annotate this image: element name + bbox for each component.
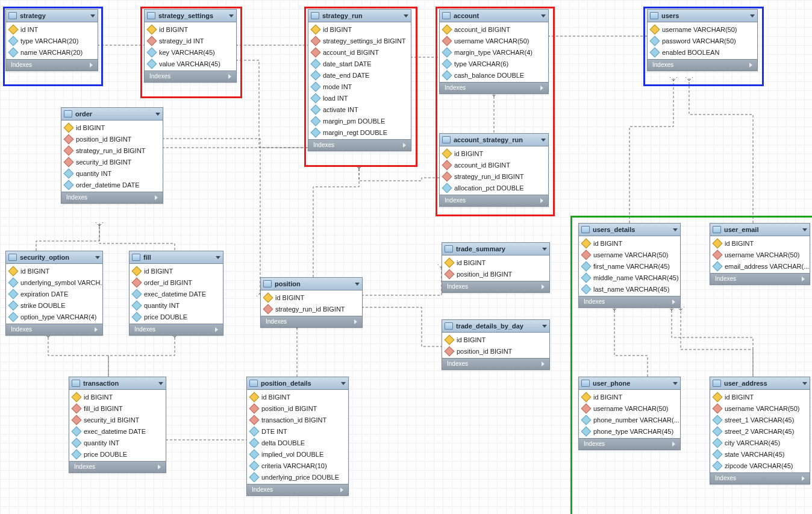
column-row[interactable]: position_id BIGINT (442, 268, 549, 280)
column-row[interactable]: phone_type VARCHAR(45) (579, 425, 680, 437)
column-row[interactable]: margin_type VARCHAR(4) (440, 46, 548, 58)
table-position[interactable]: positionid BIGINTstrategy_run_id BIGINTI… (260, 277, 363, 328)
column-row[interactable]: phone_number VARCHAR(... (579, 414, 680, 425)
table-user_email[interactable]: user_emailid BIGINTusername VARCHAR(50)e… (710, 223, 810, 285)
collapse-icon[interactable] (541, 139, 546, 142)
column-row[interactable]: middle_name VARCHAR(45) (579, 272, 680, 283)
column-row[interactable]: quantity INT (69, 437, 166, 448)
table-header[interactable]: position_details (247, 377, 348, 390)
indexes-section[interactable]: Indexes (69, 461, 166, 472)
table-order[interactable]: orderid BIGINTposition_id BIGINTstrategy… (61, 107, 163, 204)
collapse-icon[interactable] (673, 382, 678, 385)
column-row[interactable]: underlying_symbol VARCH... (6, 277, 102, 288)
column-row[interactable]: id BIGINT (261, 292, 362, 303)
indexes-section[interactable]: Indexes (440, 82, 548, 93)
column-row[interactable]: username VARCHAR(50) (710, 403, 810, 414)
column-row[interactable]: cash_balance DOUBLE (440, 69, 548, 81)
table-header[interactable]: position (261, 278, 362, 290)
column-row[interactable]: activate INT (308, 104, 411, 115)
indexes-section[interactable]: Indexes (710, 273, 810, 284)
table-header[interactable]: users (648, 10, 757, 22)
column-row[interactable]: order_id BIGINT (130, 277, 223, 288)
column-row[interactable]: underlying_price DOUBLE (247, 471, 348, 483)
collapse-icon[interactable] (404, 14, 408, 17)
column-row[interactable]: first_name VARCHAR(45) (579, 260, 680, 272)
column-row[interactable]: key VARCHAR(45) (145, 46, 236, 58)
indexes-section[interactable]: Indexes (61, 192, 163, 203)
column-row[interactable]: account_id BIGINT (440, 159, 548, 171)
table-position_details[interactable]: position_detailsid BIGINTposition_id BIG… (246, 377, 349, 496)
column-row[interactable]: id BIGINT (442, 257, 549, 268)
column-row[interactable]: id BIGINT (440, 148, 548, 159)
column-row[interactable]: name VARCHAR(20) (6, 46, 98, 58)
indexes-section[interactable]: Indexes (308, 139, 411, 151)
table-header[interactable]: user_phone (579, 377, 680, 390)
table-header[interactable]: order (61, 108, 163, 121)
column-row[interactable]: criteria VARCHAR(10) (247, 460, 348, 471)
column-row[interactable]: id BIGINT (579, 391, 680, 403)
table-header[interactable]: strategy_run (308, 10, 411, 22)
table-strategy_settings[interactable]: strategy_settingsid BIGINTstrategy_id IN… (144, 9, 237, 83)
column-row[interactable]: quantity INT (130, 299, 223, 311)
collapse-icon[interactable] (673, 228, 678, 231)
column-row[interactable]: id BIGINT (145, 24, 236, 35)
column-row[interactable]: strategy_settings_id BIGINT (308, 35, 411, 46)
indexes-section[interactable]: Indexes (579, 296, 680, 307)
column-row[interactable]: id BIGINT (69, 391, 166, 403)
table-header[interactable]: strategy (6, 10, 98, 22)
collapse-icon[interactable] (542, 248, 547, 251)
collapse-icon[interactable] (229, 14, 234, 17)
column-row[interactable]: street_2 VARCHAR(45) (710, 425, 810, 437)
table-header[interactable]: account_strategy_run (440, 134, 548, 146)
column-row[interactable]: username VARCHAR(50) (648, 24, 757, 35)
collapse-icon[interactable] (155, 113, 160, 116)
column-row[interactable]: price DOUBLE (130, 311, 223, 322)
table-header[interactable]: transaction (69, 377, 166, 390)
indexes-section[interactable]: Indexes (579, 438, 680, 450)
indexes-section[interactable]: Indexes (442, 358, 549, 369)
collapse-icon[interactable] (542, 325, 547, 328)
column-row[interactable]: date_start DATE (308, 58, 411, 69)
column-row[interactable]: id BIGINT (579, 237, 680, 249)
column-row[interactable]: strategy_run_id BIGINT (61, 145, 163, 156)
column-row[interactable]: last_name VARCHAR(45) (579, 283, 680, 295)
indexes-section[interactable]: Indexes (442, 281, 549, 292)
column-row[interactable]: security_id BIGINT (61, 156, 163, 168)
erd-canvas[interactable]: strategyid INTtype VARCHAR(20)name VARCH… (0, 0, 812, 514)
collapse-icon[interactable] (541, 14, 546, 17)
column-row[interactable]: id BIGINT (130, 265, 223, 277)
column-row[interactable]: margin_regt DOUBLE (308, 127, 411, 138)
collapse-icon[interactable] (341, 382, 346, 385)
column-row[interactable]: username VARCHAR(50) (710, 249, 810, 260)
column-row[interactable]: strategy_id INT (145, 35, 236, 46)
column-row[interactable]: DTE INT (247, 425, 348, 437)
collapse-icon[interactable] (90, 14, 95, 17)
column-row[interactable]: transaction_id BIGINT (247, 414, 348, 425)
table-header[interactable]: strategy_settings (145, 10, 236, 22)
table-strategy[interactable]: strategyid INTtype VARCHAR(20)name VARCH… (5, 9, 98, 71)
table-user_address[interactable]: user_addressid BIGINTusername VARCHAR(50… (710, 377, 810, 484)
column-row[interactable]: fill_id BIGINT (69, 403, 166, 414)
column-row[interactable]: load INT (308, 92, 411, 104)
indexes-section[interactable]: Indexes (247, 484, 348, 495)
indexes-section[interactable]: Indexes (6, 59, 98, 71)
column-row[interactable]: id BIGINT (710, 391, 810, 403)
column-row[interactable]: exec_datetime DATE (130, 288, 223, 299)
column-row[interactable]: position_id BIGINT (442, 345, 549, 357)
indexes-section[interactable]: Indexes (6, 324, 102, 335)
table-security_option[interactable]: security_optionid BIGINTunderlying_symbo… (5, 251, 103, 336)
column-row[interactable]: type VARCHAR(20) (6, 35, 98, 46)
column-row[interactable]: strike DOUBLE (6, 299, 102, 311)
column-row[interactable]: password VARCHAR(50) (648, 35, 757, 46)
table-users[interactable]: usersusername VARCHAR(50)password VARCHA… (647, 9, 758, 71)
column-row[interactable]: strategy_run_id BIGINT (261, 303, 362, 315)
column-row[interactable]: price DOUBLE (69, 448, 166, 460)
column-row[interactable]: state VARCHAR(45) (710, 448, 810, 460)
column-row[interactable]: street_1 VARCHAR(45) (710, 414, 810, 425)
table-header[interactable]: users_details (579, 224, 680, 236)
collapse-icon[interactable] (750, 14, 755, 17)
column-row[interactable]: option_type VARCHAR(4) (6, 311, 102, 322)
table-account[interactable]: accountaccount_id BIGINTusername VARCHAR… (439, 9, 549, 94)
collapse-icon[interactable] (802, 382, 807, 385)
column-row[interactable]: username VARCHAR(50) (440, 35, 548, 46)
